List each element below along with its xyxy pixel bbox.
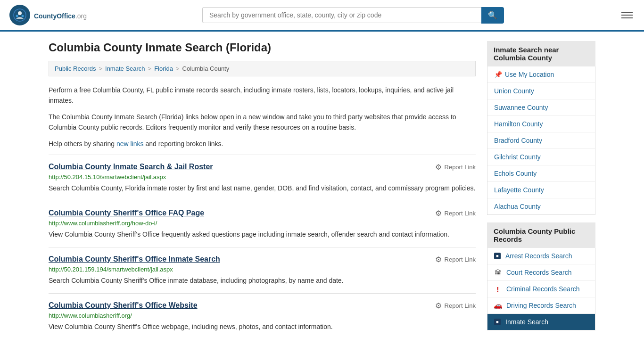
search-area: 🔍 xyxy=(202,7,504,24)
breadcrumb-public-records[interactable]: Public Records xyxy=(55,65,96,72)
nearby-link-anchor-2[interactable]: Hamilton County xyxy=(494,120,543,128)
nearby-link-2[interactable]: Hamilton County xyxy=(487,116,595,132)
nearby-link-anchor-5[interactable]: Echols County xyxy=(494,170,537,177)
nearby-section-header: Inmate Search near Columbia County xyxy=(487,41,595,66)
result-header: Columbia County Sheriff's Office Website… xyxy=(49,301,476,310)
public-record-link-2[interactable]: Criminal Records Search xyxy=(506,285,580,293)
result-item: Columbia County Inmate Search & Jail Ros… xyxy=(49,155,476,201)
criminal-icon-2: ! xyxy=(494,285,502,293)
result-url-3[interactable]: http://www.columbiasheriff.org/ xyxy=(49,312,476,319)
breadcrumb-sep-1: > xyxy=(99,65,102,72)
report-icon-3: ⚙ xyxy=(435,301,442,310)
public-record-item-3[interactable]: 🚗 Driving Records Search xyxy=(487,297,595,314)
nearby-link-anchor-1[interactable]: Suwannee County xyxy=(494,104,548,111)
logo-icon xyxy=(9,5,30,25)
result-header: Columbia County Inmate Search & Jail Ros… xyxy=(49,163,476,172)
nearby-link-0[interactable]: Union County xyxy=(487,83,595,99)
breadcrumb-florida[interactable]: Florida xyxy=(154,65,173,72)
nearby-link-5[interactable]: Echols County xyxy=(487,165,595,182)
nearby-link-anchor-0[interactable]: Union County xyxy=(494,87,534,95)
nearby-link-6[interactable]: Lafayette County xyxy=(487,182,595,198)
public-record-link-0[interactable]: Arrest Records Search xyxy=(505,252,572,260)
result-item: Columbia County Sheriff's Office Inmate … xyxy=(49,247,476,293)
result-url-2[interactable]: http://50.201.159.194/smartwebclient/jai… xyxy=(49,266,476,273)
main-container: Columbia County Inmate Search (Florida) … xyxy=(39,32,605,349)
results-container: Columbia County Inmate Search & Jail Ros… xyxy=(49,155,476,339)
report-link-1[interactable]: ⚙ Report Link xyxy=(435,209,476,218)
nearby-section: Inmate Search near Columbia County 📌 Use… xyxy=(487,41,595,215)
result-title-2[interactable]: Columbia County Sheriff's Office Inmate … xyxy=(49,255,220,263)
nearby-link-1[interactable]: Suwannee County xyxy=(487,99,595,116)
public-record-link-3[interactable]: Driving Records Search xyxy=(506,302,576,309)
report-icon-1: ⚙ xyxy=(435,209,442,218)
search-input[interactable] xyxy=(202,7,481,23)
svg-point-2 xyxy=(16,15,18,17)
report-link-0[interactable]: ⚙ Report Link xyxy=(435,163,476,172)
logo-text: CountyOffice.org xyxy=(34,10,87,21)
breadcrumb-columbia-county: Columbia County xyxy=(182,65,230,72)
court-icon-1: 🏛 xyxy=(494,269,502,276)
nearby-link-anchor-4[interactable]: Gilchrist County xyxy=(494,153,541,161)
description-2: The Columbia County Inmate Search (Flori… xyxy=(49,112,476,133)
pin-icon: 📌 xyxy=(494,71,502,78)
use-my-location-link[interactable]: Use My Location xyxy=(505,71,554,78)
page-title: Columbia County Inmate Search (Florida) xyxy=(49,41,476,54)
driving-icon-3: 🚗 xyxy=(494,302,502,309)
result-url-1[interactable]: http://www.columbiasheriff.org/how-do-i/ xyxy=(49,220,476,227)
nearby-link-anchor-7[interactable]: Alachua County xyxy=(494,203,541,210)
result-title-3[interactable]: Columbia County Sheriff's Office Website xyxy=(49,301,198,310)
public-record-link-1[interactable]: Court Records Search xyxy=(506,269,572,276)
svg-point-3 xyxy=(22,15,24,17)
report-link-2[interactable]: ⚙ Report Link xyxy=(435,255,476,264)
result-url-0[interactable]: http://50.204.15.10/smartwebclient/jail.… xyxy=(49,173,476,181)
result-item: Columbia County Sheriff's Office FAQ Pag… xyxy=(49,201,476,247)
arrest-icon-0: ■ xyxy=(494,253,501,259)
logo-area: CountyOffice.org xyxy=(9,5,87,25)
inmate-icon-4: ■ xyxy=(494,319,501,325)
public-records-section: Columbia County Public Records ■ Arrest … xyxy=(487,222,595,330)
search-button[interactable]: 🔍 xyxy=(481,7,504,24)
content-area: Columbia County Inmate Search (Florida) … xyxy=(49,41,476,339)
menu-button[interactable] xyxy=(619,10,635,20)
breadcrumb-sep-2: > xyxy=(148,65,152,72)
result-desc-1: View Columbia County Sheriff's Office fr… xyxy=(49,230,476,239)
result-desc-3: View Columbia County Sheriff's Office we… xyxy=(49,322,476,332)
nearby-link-3[interactable]: Bradford County xyxy=(487,132,595,149)
public-record-item-4[interactable]: ■ Inmate Search xyxy=(487,314,595,330)
breadcrumb-sep-3: > xyxy=(176,65,180,72)
public-records-links: ■ Arrest Records Search 🏛 Court Records … xyxy=(487,248,595,330)
result-header: Columbia County Sheriff's Office FAQ Pag… xyxy=(49,209,476,218)
public-record-link-4[interactable]: Inmate Search xyxy=(505,318,548,326)
new-links-link[interactable]: new links xyxy=(116,140,144,148)
svg-point-1 xyxy=(18,11,22,15)
nearby-link-4[interactable]: Gilchrist County xyxy=(487,149,595,165)
public-record-item-1[interactable]: 🏛 Court Records Search xyxy=(487,264,595,281)
report-icon-2: ⚙ xyxy=(435,255,442,264)
report-link-3[interactable]: ⚙ Report Link xyxy=(435,301,476,310)
result-desc-0: Search Columbia County, Florida inmate r… xyxy=(49,183,476,193)
public-record-item-2[interactable]: ! Criminal Records Search xyxy=(487,281,595,297)
nearby-link-anchor-3[interactable]: Bradford County xyxy=(494,137,542,144)
nearby-link-anchor-6[interactable]: Lafayette County xyxy=(494,186,544,194)
result-header: Columbia County Sheriff's Office Inmate … xyxy=(49,255,476,264)
sidebar: Inmate Search near Columbia County 📌 Use… xyxy=(487,41,595,339)
breadcrumb: Public Records > Inmate Search > Florida… xyxy=(49,61,476,76)
breadcrumb-inmate-search[interactable]: Inmate Search xyxy=(105,65,145,72)
use-my-location-item[interactable]: 📌 Use My Location xyxy=(487,66,595,83)
result-desc-2: Search Columbia County Sheriff's Office … xyxy=(49,276,476,286)
nearby-links: 📌 Use My Location Union CountySuwannee C… xyxy=(487,66,595,215)
description-1: Perform a free Columbia County, FL publi… xyxy=(49,85,476,106)
header: CountyOffice.org 🔍 xyxy=(0,0,644,32)
nearby-link-7[interactable]: Alachua County xyxy=(487,198,595,214)
result-title-1[interactable]: Columbia County Sheriff's Office FAQ Pag… xyxy=(49,209,204,217)
report-icon-0: ⚙ xyxy=(435,163,442,172)
result-item: Columbia County Sheriff's Office Website… xyxy=(49,293,476,339)
description-3: Help others by sharing new links and rep… xyxy=(49,139,476,149)
public-records-header: Columbia County Public Records xyxy=(487,222,595,248)
public-record-item-0[interactable]: ■ Arrest Records Search xyxy=(487,248,595,264)
result-title-0[interactable]: Columbia County Inmate Search & Jail Ros… xyxy=(49,163,213,171)
